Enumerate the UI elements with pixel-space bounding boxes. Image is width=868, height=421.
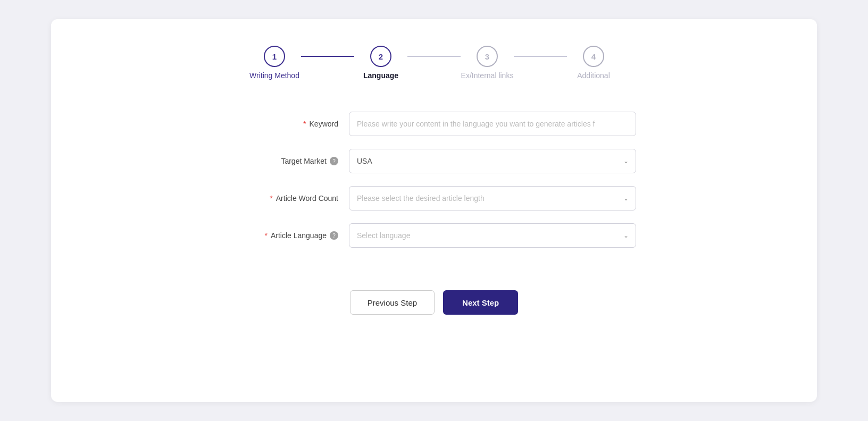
step-3-circle: 3 <box>477 46 498 67</box>
step-1-circle: 1 <box>264 46 285 67</box>
article-language-help-icon[interactable]: ? <box>330 231 338 240</box>
form-container: * Keyword Target Market ? USA UK Canada … <box>232 112 636 248</box>
step-1-label: Writing Method <box>249 71 299 80</box>
step-2: 2 Language <box>354 46 407 80</box>
article-word-count-row: * Article Word Count Please select the d… <box>232 186 636 210</box>
article-word-count-select-wrapper: Please select the desired article length… <box>349 186 636 210</box>
step-4-circle: 4 <box>583 46 604 67</box>
previous-step-button[interactable]: Previous Step <box>350 290 435 315</box>
article-language-select[interactable]: Select language English Spanish French G… <box>349 223 636 248</box>
language-required: * <box>264 231 267 240</box>
step-2-label: Language <box>363 71 398 80</box>
button-row: Previous Step Next Step <box>350 290 519 315</box>
stepper: 1 Writing Method 2 Language 3 Ex/Interna… <box>248 46 620 80</box>
step-3-label: Ex/Internal links <box>461 71 514 80</box>
step-4-label: Additional <box>577 71 610 80</box>
article-language-select-wrapper: Select language English Spanish French G… <box>349 223 636 248</box>
word-count-required: * <box>270 194 272 203</box>
next-step-button[interactable]: Next Step <box>443 290 518 315</box>
keyword-input[interactable] <box>349 112 636 136</box>
page-container: 1 Writing Method 2 Language 3 Ex/Interna… <box>51 19 817 402</box>
step-connector-2 <box>407 56 461 57</box>
article-word-count-select[interactable]: Please select the desired article length… <box>349 186 636 210</box>
article-word-count-label: * Article Word Count <box>232 194 338 203</box>
article-language-row: * Article Language ? Select language Eng… <box>232 223 636 248</box>
step-3: 3 Ex/Internal links <box>461 46 514 80</box>
target-market-select-wrapper: USA UK Canada Australia Germany France ⌄ <box>349 149 636 173</box>
target-market-help-icon[interactable]: ? <box>330 157 338 165</box>
target-market-select[interactable]: USA UK Canada Australia Germany France <box>349 149 636 173</box>
keyword-label: * Keyword <box>232 120 338 128</box>
step-4: 4 Additional <box>567 46 620 80</box>
step-2-circle: 2 <box>370 46 391 67</box>
target-market-row: Target Market ? USA UK Canada Australia … <box>232 149 636 173</box>
step-connector-1 <box>301 56 354 57</box>
keyword-required: * <box>303 120 306 128</box>
step-connector-3 <box>514 56 567 57</box>
step-1: 1 Writing Method <box>248 46 301 80</box>
keyword-row: * Keyword <box>232 112 636 136</box>
target-market-label: Target Market ? <box>232 157 338 165</box>
article-language-label: * Article Language ? <box>232 231 338 240</box>
